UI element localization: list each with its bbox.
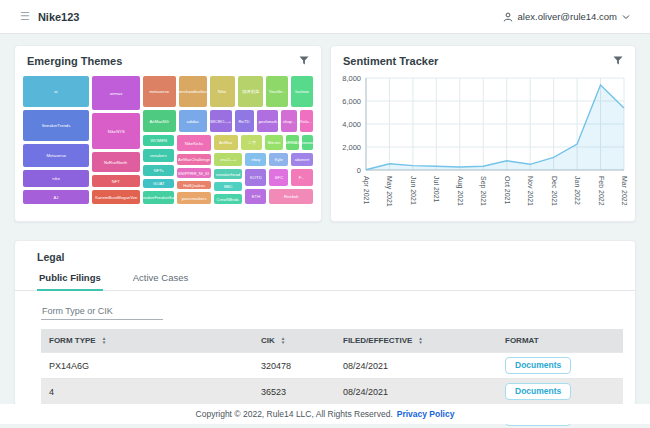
svg-text:Oct 2021: Oct 2021 [504, 176, 511, 205]
legal-card: Legal Public Filings Active Cases FORM T… [14, 240, 636, 406]
svg-text:8,000: 8,000 [342, 74, 361, 83]
sentiment-tracker-title: Sentiment Tracker [343, 55, 438, 67]
treemap-tile[interactable]: Giveaway [302, 135, 313, 150]
svg-text:May 2021: May 2021 [385, 176, 393, 207]
emerging-themes-card: Emerging Themes aiSneakerTrendsMetaverse… [14, 45, 322, 222]
treemap-tile[interactable]: Nike [210, 76, 235, 107]
treemap-tile[interactable]: SneakerFreakerSam [143, 191, 174, 204]
svg-text:Nov 2021: Nov 2021 [527, 176, 534, 206]
treemap-tile[interactable]: SNIPPRR_NI_KI [177, 168, 211, 178]
treemap-tile[interactable]: ETH [245, 189, 266, 204]
dashboard-page: ☰ Nike123 alex.oliver@rule14.com Emergin… [0, 0, 650, 428]
table-cell-format: Documents [497, 353, 623, 379]
documents-button[interactable]: Documents [505, 383, 571, 400]
footer: Copyright © 2022, Rule14 LLC, All Rights… [0, 404, 650, 424]
menu-icon[interactable]: ☰ [20, 10, 30, 23]
svg-text:Sep 2021: Sep 2021 [479, 176, 487, 206]
treemap-tile[interactable]: adidas [179, 110, 207, 132]
treemap-tile[interactable]: AJ [23, 190, 89, 204]
treemap-tile[interactable]: shop... [281, 110, 297, 132]
treemap-tile[interactable]: Bitcoin [265, 135, 283, 150]
treemap-tile[interactable]: esc2—+ [214, 153, 242, 166]
treemap-tile[interactable]: nike [23, 170, 89, 187]
treemap-tile[interactable]: 限界利益 [238, 76, 263, 107]
filter-icon[interactable] [613, 56, 623, 66]
treemap-tile[interactable]: sneakers [143, 149, 174, 162]
treemap-tile[interactable]: NFTs [143, 165, 174, 176]
treemap-tile[interactable]: NFT [92, 175, 140, 187]
sentiment-chart: 02,0004,0006,0008,000Apr 2021May 2021Jun… [336, 72, 632, 224]
treemap-tile[interactable]: NikeNYS [92, 113, 140, 149]
form-type-cik-input[interactable] [41, 303, 163, 320]
documents-button[interactable]: Documents [505, 357, 571, 374]
table-cell-format: Documents [497, 379, 623, 405]
treemap-tile[interactable]: HalfQuakes [177, 181, 211, 189]
sort-icon[interactable]: ▲▼ [418, 337, 423, 344]
treemap-tile[interactable]: Kela... [300, 110, 313, 132]
user-email: alex.oliver@rule14.com [518, 11, 617, 22]
svg-text:Dec 2021: Dec 2021 [551, 176, 558, 206]
treemap-tile[interactable]: 二手 [241, 135, 262, 150]
treemap-tile[interactable]: Metaverse [23, 144, 89, 167]
svg-text:0: 0 [357, 166, 361, 175]
table-header-filed-effective[interactable]: FILED/EFFECTIVE▲▼ [335, 329, 497, 353]
legal-tabs: Public Filings Active Cases [15, 266, 635, 291]
svg-text:6,000: 6,000 [342, 97, 361, 106]
treemap-tile[interactable]: SFC [269, 169, 288, 186]
treemap-tile[interactable]: poshmark [257, 110, 278, 132]
treemap-tile[interactable]: WOMEN [143, 135, 174, 146]
tab-active-cases[interactable]: Active Cases [131, 266, 190, 291]
treemap-tile[interactable]: AirMax [214, 135, 238, 150]
copyright-text: Copyright © 2022, Rule14 LLC, All Rights… [196, 409, 393, 419]
top-bar: ☰ Nike123 alex.oliver@rule14.com [0, 0, 650, 34]
treemap-tile[interactable]: ReTD [235, 110, 254, 132]
privacy-policy-link[interactable]: Privacy Policy [397, 409, 455, 419]
table-header-form-type[interactable]: FORM TYPE▲▼ [41, 329, 253, 353]
treemap-tile[interactable]: ebay [245, 153, 266, 166]
treemap-tile[interactable]: KanemBuroMogueVon [92, 190, 140, 204]
treemap-tile[interactable]: YourSn... [266, 76, 288, 107]
person-icon [503, 12, 513, 22]
filter-icon[interactable] [299, 56, 309, 66]
treemap: aiSneakerTrendsMetaversenikeAJairmaxNike… [23, 76, 315, 206]
treemap-tile[interactable]: fashion [291, 76, 313, 107]
treemap-tile[interactable]: Kyle [269, 153, 288, 166]
treemap-tile[interactable]: Reebok [269, 189, 313, 204]
treemap-tile[interactable]: sneakerhead [214, 169, 242, 179]
svg-text:Apr 2021: Apr 2021 [362, 176, 370, 205]
table-header-cik[interactable]: CIK▲▼ [253, 329, 335, 353]
table-header-format: FORMAT [497, 329, 623, 353]
treemap-tile[interactable]: AirMaxNG [143, 110, 176, 132]
treemap-tile[interactable]: F... [291, 169, 313, 186]
treemap-tile[interactable]: MICRO—+ [210, 110, 232, 132]
tab-public-filings[interactable]: Public Filings [37, 266, 103, 291]
treemap-tile[interactable]: AIRMAX [286, 135, 299, 150]
table-cell: 08/24/2021 [335, 353, 497, 379]
table-filter-row [15, 291, 635, 327]
sort-icon[interactable]: ▲▼ [281, 337, 286, 344]
user-menu[interactable]: alex.oliver@rule14.com [503, 11, 630, 22]
treemap-tile[interactable]: GOAT [143, 179, 174, 188]
treemap-tile[interactable]: CrewNBrids [214, 194, 242, 204]
legal-title: Legal [15, 241, 635, 266]
treemap-tile[interactable]: metaverse [143, 76, 176, 107]
treemap-tile[interactable]: AirMaxChallenge [177, 154, 211, 165]
sort-icon[interactable]: ▲▼ [102, 337, 107, 344]
treemap-tile[interactable]: ai [23, 76, 89, 107]
treemap-tile[interactable]: NikeKicks [177, 135, 211, 151]
treemap-tile[interactable]: BBC [214, 182, 242, 191]
svg-text:Aug 2021: Aug 2021 [456, 176, 464, 206]
table-cell: 36523 [253, 379, 335, 405]
treemap-tile[interactable]: yoursneakers [177, 192, 211, 204]
svg-text:Mar 2022: Mar 2022 [621, 176, 628, 206]
treemap-tile[interactable]: airmax [92, 76, 140, 110]
treemap-tile[interactable]: NxRunNorth [92, 152, 140, 172]
treemap-tile[interactable]: abonert [291, 153, 313, 166]
treemap-tile[interactable]: KOTD [245, 169, 266, 186]
svg-text:Jul 2021: Jul 2021 [433, 176, 440, 203]
treemap-tile[interactable]: SneakerTrends [23, 110, 89, 141]
brand: ☰ Nike123 [20, 10, 79, 23]
svg-text:4,000: 4,000 [342, 120, 361, 129]
sentiment-tracker-header: Sentiment Tracker [331, 46, 635, 72]
treemap-tile[interactable]: merchandiseless [179, 76, 207, 107]
